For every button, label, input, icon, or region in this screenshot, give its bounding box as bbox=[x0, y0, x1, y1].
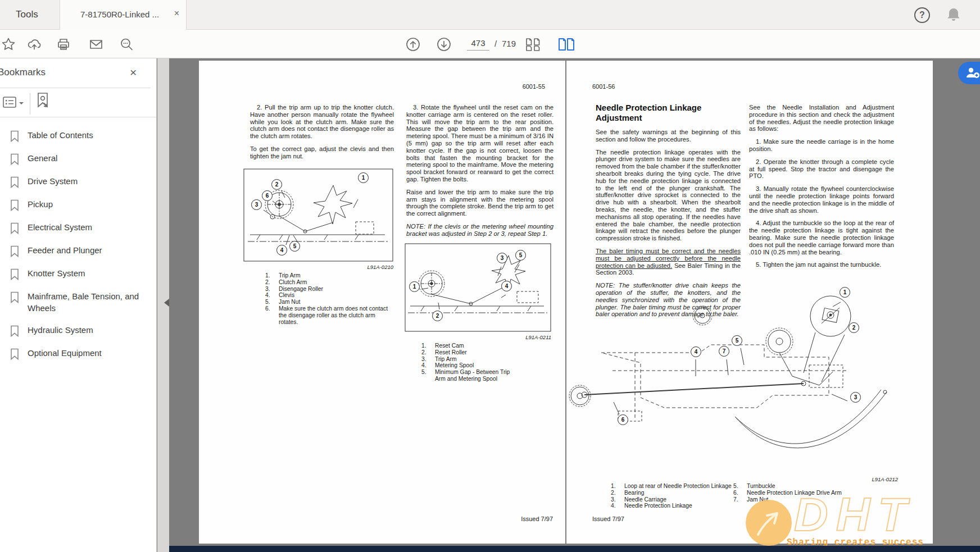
bookmark-label: Mainframe, Bale Tension, and Wheels bbox=[28, 290, 139, 314]
close-panel-icon[interactable]: × bbox=[130, 66, 137, 79]
email-icon[interactable] bbox=[89, 37, 103, 52]
two-page-view-icon[interactable] bbox=[557, 37, 575, 52]
callout: 4 bbox=[501, 281, 512, 291]
figure-caption: L91A-0211 bbox=[439, 334, 551, 340]
tab-tools[interactable]: Tools bbox=[0, 0, 60, 30]
watermark-logo-text: DHT bbox=[794, 487, 963, 542]
bookmark-label: Hydraulic System bbox=[28, 324, 93, 337]
callout: 3 bbox=[251, 199, 262, 210]
callout: 3 bbox=[497, 253, 507, 263]
toolbar: / 719 bbox=[0, 30, 980, 58]
tab-document-label: 7-81750R0-Linked ... bbox=[80, 10, 159, 19]
watermark-arrow-badge bbox=[746, 500, 792, 546]
section-title: Needle Protection Linkage Adjustment bbox=[596, 103, 741, 123]
callout: 5 bbox=[732, 335, 742, 346]
callout: 1 bbox=[840, 287, 850, 298]
page-footer: Issued 7/97 bbox=[521, 515, 553, 522]
tab-tools-label: Tools bbox=[16, 9, 38, 20]
figure-trip-arm-adjustment: 1 2 6 3 4 5 bbox=[243, 168, 393, 262]
callout: 6 bbox=[262, 190, 273, 201]
page-number: 6001-56 bbox=[592, 83, 615, 90]
previous-page-icon[interactable] bbox=[406, 37, 420, 52]
share-document-button[interactable] bbox=[958, 62, 980, 84]
bookmarks-panel: Bookmarks × Table of Contents General bbox=[0, 58, 157, 552]
divider bbox=[0, 88, 151, 88]
pdf-page-left: 6001-55 2. Pull the trip arm up to trip … bbox=[199, 61, 565, 544]
favorites-star-icon[interactable] bbox=[1, 37, 16, 52]
bookmark-label: Table of Contents bbox=[28, 129, 93, 142]
bookmark-item-hydraulic-system[interactable]: Hydraulic System bbox=[0, 320, 152, 343]
callout: 3 bbox=[850, 392, 861, 403]
figure-caption: L91A-0212 bbox=[786, 476, 898, 482]
bookmark-label: Electrical System bbox=[28, 221, 92, 234]
callout: 5 bbox=[515, 250, 526, 261]
expand-current-bookmark-icon[interactable] bbox=[36, 92, 53, 113]
pdf-page-right: 6001-56 Needle Protection Linkage Adjust… bbox=[566, 61, 933, 544]
bookmark-item-optional-equipment[interactable]: Optional Equipment bbox=[0, 343, 152, 366]
tab-document[interactable]: 7-81750R0-Linked ... × bbox=[60, 0, 187, 30]
bookmark-item-mainframe[interactable]: Mainframe, Bale Tension, and Wheels bbox=[0, 286, 139, 320]
bookmark-label: Drive System bbox=[28, 175, 78, 188]
bookmark-item-drive-system[interactable]: Drive System bbox=[0, 171, 152, 194]
page-number: 6001-55 bbox=[523, 83, 545, 90]
callout: 5 bbox=[289, 241, 300, 252]
page2-column2: See the Needle Installation and Adjustme… bbox=[749, 104, 894, 274]
bookmark-label: Pickup bbox=[28, 198, 53, 211]
bookmark-options-icon[interactable] bbox=[2, 94, 18, 112]
print-icon[interactable] bbox=[56, 37, 71, 52]
bottom-bar bbox=[169, 546, 980, 552]
callout: 1 bbox=[358, 172, 369, 183]
next-page-icon[interactable] bbox=[437, 37, 451, 52]
divider bbox=[0, 117, 157, 117]
search-icon[interactable] bbox=[119, 37, 134, 52]
callout: 6 bbox=[618, 414, 628, 425]
figure2-legend: 1.Reset Cam 2.Reset Roller 3.Trip Arm 4.… bbox=[421, 343, 553, 382]
callout: 2 bbox=[849, 322, 859, 333]
page1-column1: 2. Pull the trip arm up to trip the knot… bbox=[250, 104, 394, 166]
notification-bell-icon[interactable] bbox=[946, 6, 961, 25]
page-number-input[interactable] bbox=[467, 36, 489, 51]
help-icon[interactable]: ? bbox=[914, 7, 930, 23]
collapse-panel-handle[interactable] bbox=[160, 299, 169, 307]
cloud-upload-icon[interactable] bbox=[27, 37, 42, 52]
bookmark-label: Knotter System bbox=[28, 267, 85, 280]
bookmark-item-general[interactable]: General bbox=[0, 148, 152, 171]
figure-reset-cam-adjustment: 3 5 1 4 2 bbox=[405, 243, 551, 332]
bookmarks-panel-title: Bookmarks bbox=[0, 67, 46, 78]
figure1-legend: 1.Trip Arm 2.Clutch Arm 3.Disengage Roll… bbox=[265, 272, 396, 325]
close-tab-icon[interactable]: × bbox=[174, 8, 179, 19]
bookmark-item-feeder-and-plunger[interactable]: Feeder and Plunger bbox=[0, 240, 152, 263]
page-thumbnails-icon[interactable] bbox=[524, 37, 542, 52]
callout: 2 bbox=[271, 179, 282, 190]
tab-bar: Tools 7-81750R0-Linked ... × ? bbox=[0, 0, 980, 30]
callout: 7 bbox=[719, 346, 729, 357]
divider bbox=[30, 93, 30, 115]
bookmark-label: Optional Equipment bbox=[28, 347, 102, 360]
bookmark-item-knotter-system[interactable]: Knotter System bbox=[0, 263, 152, 286]
callout: 4 bbox=[276, 245, 287, 256]
callout: 4 bbox=[691, 346, 701, 357]
bookmark-item-electrical-system[interactable]: Electrical System bbox=[0, 217, 152, 240]
callout: 1 bbox=[409, 281, 420, 292]
bookmarks-list: Table of Contents General Drive System P… bbox=[0, 125, 152, 366]
bookmark-label: General bbox=[28, 152, 57, 165]
chevron-down-icon[interactable] bbox=[19, 102, 24, 107]
page-footer: Issued 7/97 bbox=[592, 515, 624, 522]
figure-needle-protection-linkage: 1 2 4 7 5 3 6 bbox=[568, 281, 933, 483]
page-separator: / bbox=[494, 39, 497, 48]
figure-caption: L91A-0210 bbox=[281, 264, 393, 270]
page-total: 719 bbox=[502, 39, 516, 48]
bookmark-item-table-of-contents[interactable]: Table of Contents bbox=[0, 125, 152, 148]
bookmark-label: Feeder and Plunger bbox=[28, 244, 102, 257]
page1-column2: 3. Rotate the flywheel until the reset c… bbox=[406, 104, 553, 243]
bookmark-item-pickup[interactable]: Pickup bbox=[0, 194, 152, 217]
callout: 2 bbox=[432, 311, 443, 321]
figure3-legend-left: 1.Loop at rear of Needle Protection Link… bbox=[611, 483, 734, 509]
